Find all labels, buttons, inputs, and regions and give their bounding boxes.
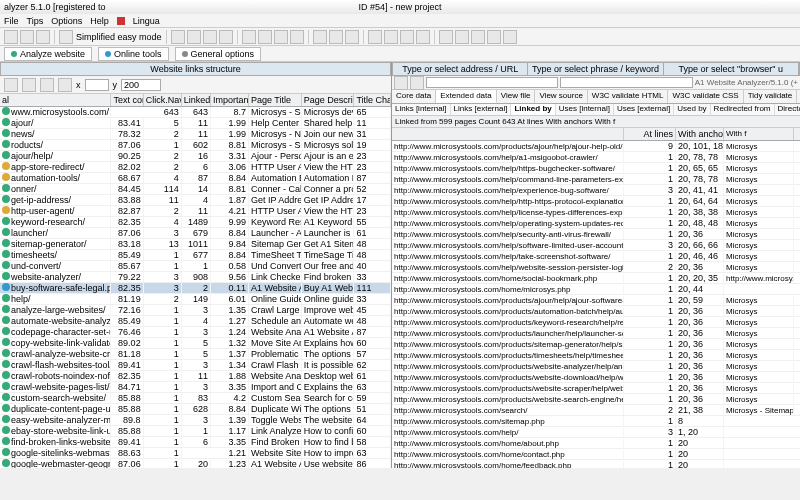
table-row[interactable]: http://www.microsystools.com/home/feedba… xyxy=(392,460,800,468)
tool-icon[interactable] xyxy=(313,30,327,44)
table-row[interactable]: http://www.microsystools.com/products/au… xyxy=(392,306,800,317)
table-row[interactable]: http://www.microsystools.com/products/la… xyxy=(392,328,800,339)
menu-tips[interactable]: Tips xyxy=(27,16,44,26)
table-row[interactable]: http-user-agent/82.872114.21HTTP User Ag… xyxy=(0,206,391,217)
back-icon[interactable] xyxy=(394,76,408,90)
subtab[interactable]: Uses [internal] xyxy=(556,104,614,115)
table-row[interactable]: http://www.microsystools.com/sitemap.php… xyxy=(392,416,800,427)
tool-icon[interactable] xyxy=(171,30,185,44)
table-row[interactable]: http://www.microsystools.com/products/si… xyxy=(392,339,800,350)
table-row[interactable]: http://www.microsystools.com/products/aj… xyxy=(392,141,800,152)
open-icon[interactable] xyxy=(20,30,34,44)
table-row[interactable]: http://www.microsystools.com/help/take-s… xyxy=(392,251,800,262)
y-input[interactable] xyxy=(121,79,161,91)
new-icon[interactable] xyxy=(4,30,18,44)
tab-online-tools[interactable]: Online tools xyxy=(98,47,169,61)
table-row[interactable]: und-convert/85.67110.58Und Convert - Fi.… xyxy=(0,261,391,272)
table-row[interactable]: http://www.microsystools.com/help/operat… xyxy=(392,218,800,229)
table-row[interactable]: http://www.microsystools.com/home/about.… xyxy=(392,438,800,449)
tool-icon[interactable] xyxy=(503,30,517,44)
table-row[interactable]: duplicate-content-page-urls/85.8816288.8… xyxy=(0,404,391,415)
table-row[interactable]: http://www.microsystools.com/search/221,… xyxy=(392,405,800,416)
tool-icon[interactable] xyxy=(455,30,469,44)
col-with-anchors[interactable]: With anchors xyxy=(676,128,724,140)
table-row[interactable]: http://www.microsystools.com/help/comman… xyxy=(392,174,800,185)
tab-w3c-validate-html[interactable]: W3C validate HTML xyxy=(588,90,669,103)
table-row[interactable]: http://www.microsystools.com/products/we… xyxy=(392,361,800,372)
subtab[interactable]: Used by xyxy=(674,104,710,115)
table-row[interactable]: crawl-robots-noindex-nofollow/82.351111.… xyxy=(0,371,391,382)
subtab[interactable]: Linked by xyxy=(511,104,555,115)
subtab[interactable]: Links [external] xyxy=(451,104,512,115)
tab-view-file[interactable]: View file xyxy=(497,90,536,103)
col-click-nav[interactable]: Click.Nav.Count xyxy=(144,94,182,106)
table-row[interactable]: http://www.microsystools.com/help/securi… xyxy=(392,229,800,240)
table-row[interactable]: custom-search-website/85.881834.2Custom … xyxy=(0,393,391,404)
table-row[interactable]: keyword-research/82.35414899.99Keyword R… xyxy=(0,217,391,228)
table-row[interactable]: get-ip-address/83.881141.87Get IP Addres… xyxy=(0,195,391,206)
table-row[interactable]: find-broken-links-website/89.41163.35Fin… xyxy=(0,437,391,448)
table-row[interactable]: http://www.microsystools.com/products/we… xyxy=(392,394,800,405)
table-row[interactable]: google-webmaster-geographic-targeting/87… xyxy=(0,459,391,468)
table-row[interactable]: http://www.microsystools.com/help/https-… xyxy=(392,163,800,174)
table-row[interactable]: http://www.microsystools.com/products/ke… xyxy=(392,317,800,328)
table-row[interactable]: ebay-store-website-link-util/85.88111.17… xyxy=(0,426,391,437)
tab-tidy-validate[interactable]: Tidy validate xyxy=(744,90,798,103)
table-row[interactable]: onner/84.45114148.81Conner - Calcula...C… xyxy=(0,184,391,195)
table-row[interactable]: http://www.microsystools.com/products/ti… xyxy=(392,350,800,361)
tool-icon[interactable] xyxy=(368,30,382,44)
table-row[interactable]: http://www.microsystools.com/products/aj… xyxy=(392,295,800,306)
col-with-f[interactable]: With f xyxy=(724,128,794,140)
menu-file[interactable]: File xyxy=(4,16,19,26)
table-row[interactable]: ajour/83.415111.99Help CenterShared help… xyxy=(0,118,391,129)
table-row[interactable]: http://www.microsystools.com/home/micros… xyxy=(392,284,800,295)
tool-icon[interactable] xyxy=(187,30,201,44)
table-row[interactable]: http://www.microsystools.com/help/softwa… xyxy=(392,240,800,251)
nav-icon[interactable] xyxy=(22,78,36,92)
col-page-title[interactable]: Page Title xyxy=(249,94,302,106)
col-text-content[interactable]: Text content % xyxy=(111,94,143,106)
menu-options[interactable]: Options xyxy=(51,16,82,26)
tab-analyze-website[interactable]: Analyze website xyxy=(4,47,92,61)
table-row[interactable]: ajour/help/90.252163.31Ajour - Personal.… xyxy=(0,151,391,162)
tool-icon[interactable] xyxy=(345,30,359,44)
tool-icon[interactable] xyxy=(329,30,343,44)
table-row[interactable]: codepage-character-set-unicode-utf8/76.4… xyxy=(0,327,391,338)
tool-icon[interactable] xyxy=(400,30,414,44)
tool-icon[interactable] xyxy=(384,30,398,44)
col-address[interactable]: al xyxy=(0,94,111,106)
table-row[interactable]: website-analyzer/79.2239089.56Link Check… xyxy=(0,272,391,283)
col-title-chars[interactable]: Title Characters xyxy=(354,94,391,106)
table-row[interactable]: app-store-redirect/82.02263.06HTTP User … xyxy=(0,162,391,173)
col-importance[interactable]: Importance.Scaled xyxy=(211,94,249,106)
tool-icon[interactable] xyxy=(471,30,485,44)
tool-icon[interactable] xyxy=(258,30,272,44)
left-grid-body[interactable]: www.microsystools.com/6436438.7Microsys … xyxy=(0,107,391,468)
nav-icon[interactable] xyxy=(40,78,54,92)
table-row[interactable]: http://www.microsystools.com/help/licens… xyxy=(392,207,800,218)
table-row[interactable]: roducts/87.0616028.81Microsys - Softw...… xyxy=(0,140,391,151)
table-row[interactable]: buy-software-safe-legal.php82.35320.11A1… xyxy=(0,283,391,294)
table-row[interactable]: http://www.microsystools.com/products/we… xyxy=(392,372,800,383)
table-row[interactable]: analyze-large-websites/72.16131.35Crawl … xyxy=(0,305,391,316)
fwd-icon[interactable] xyxy=(410,76,424,90)
menu-help[interactable]: Help xyxy=(90,16,109,26)
tab-view-source[interactable]: View source xyxy=(535,90,587,103)
url-input[interactable] xyxy=(426,77,558,88)
tab-extended-data[interactable]: Extended data xyxy=(436,90,497,103)
table-row[interactable]: http://www.microsystools.com/help/experi… xyxy=(392,185,800,196)
table-row[interactable]: launcher/87.0636798.84Launcher - Appli..… xyxy=(0,228,391,239)
table-row[interactable]: http://www.microsystools.com/home/contac… xyxy=(392,449,800,460)
tool-icon[interactable] xyxy=(416,30,430,44)
table-row[interactable]: http://www.microsystools.com/help/a1-msi… xyxy=(392,152,800,163)
table-row[interactable]: http://www.microsystools.com/products/we… xyxy=(392,383,800,394)
table-row[interactable]: automation-tools/68.674878.84Automation … xyxy=(0,173,391,184)
subtab[interactable]: Directory summary xyxy=(775,104,800,115)
subtab[interactable]: Redirected from xyxy=(711,104,775,115)
nav-icon[interactable] xyxy=(4,78,18,92)
table-row[interactable]: timesheets/85.4916778.84TimeSheet Time..… xyxy=(0,250,391,261)
table-row[interactable]: crawl-analyze-website-crawling/81.18151.… xyxy=(0,349,391,360)
table-row[interactable]: help/81.1921496.01Online Guides, t...Onl… xyxy=(0,294,391,305)
table-row[interactable]: sitemap-generator/83.181310119.84Sitemap… xyxy=(0,239,391,250)
col-linked-count[interactable]: Linked.Count xyxy=(182,94,211,106)
